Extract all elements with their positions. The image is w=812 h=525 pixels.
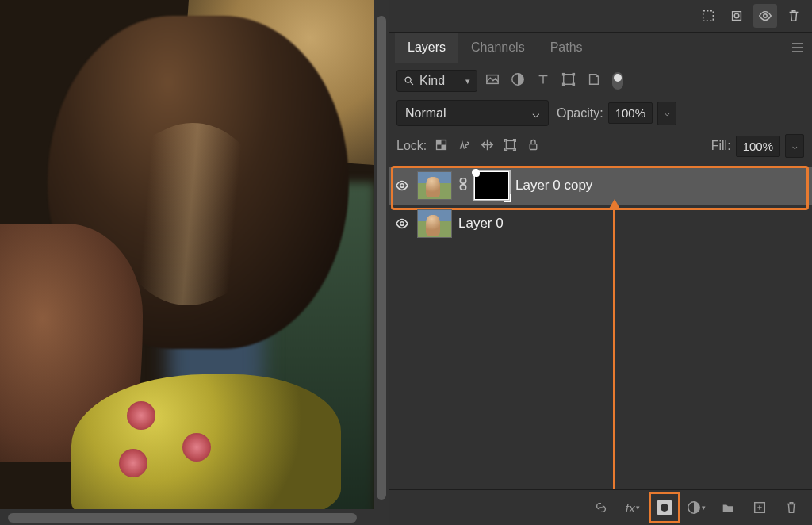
opacity-stepper[interactable]: ⌵	[657, 102, 676, 125]
svg-point-20	[400, 222, 404, 226]
filter-adjustment-icon[interactable]	[511, 72, 525, 90]
svg-rect-0	[703, 11, 714, 21]
svg-point-17	[400, 184, 404, 188]
panels-column: Layers Channels Paths Kind ▾	[389, 0, 812, 525]
layer-list[interactable]: Layer 0 copy Layer 0	[389, 163, 812, 489]
svg-rect-10	[562, 83, 565, 86]
blend-mode-dropdown[interactable]: Normal ⌵	[396, 100, 549, 126]
svg-rect-16	[530, 144, 538, 149]
filter-type-icon[interactable]	[536, 72, 550, 90]
filter-shape-icon[interactable]	[561, 72, 576, 90]
lock-pixels-icon[interactable]	[458, 138, 471, 155]
layer-row[interactable]: Layer 0 copy	[389, 167, 812, 205]
svg-point-4	[405, 77, 411, 82]
svg-rect-14	[442, 144, 446, 149]
filter-smartobject-icon[interactable]	[587, 72, 601, 90]
horizontal-scrollbar[interactable]	[0, 512, 374, 523]
document-canvas[interactable]	[0, 0, 389, 525]
opacity-label: Opacity:	[557, 106, 603, 121]
svg-rect-9	[573, 73, 576, 76]
panel-toolbar	[389, 0, 812, 33]
annotation-arrow	[613, 205, 615, 489]
tab-layers[interactable]: Layers	[395, 33, 458, 63]
canvas-image	[0, 0, 374, 509]
tab-paths[interactable]: Paths	[538, 33, 596, 63]
mask-mode-icon[interactable]	[725, 4, 749, 28]
visibility-toggle-icon[interactable]	[393, 217, 411, 231]
lock-position-icon[interactable]	[481, 138, 494, 155]
selection-icon[interactable]	[696, 4, 720, 28]
svg-point-3	[764, 14, 768, 18]
lock-all-icon[interactable]	[527, 138, 540, 155]
trash-icon[interactable]	[782, 4, 806, 28]
layer-options: Kind ▾ Normal ⌵	[389, 63, 812, 163]
lock-transparency-icon[interactable]	[435, 138, 448, 155]
chevron-down-icon: ▾	[465, 76, 470, 86]
svg-rect-2	[735, 14, 738, 17]
filter-kind-dropdown[interactable]: Kind ▾	[396, 70, 477, 92]
visibility-toggle-icon[interactable]	[393, 178, 411, 193]
svg-rect-18	[460, 178, 465, 182]
delete-layer-icon[interactable]	[779, 496, 804, 519]
layer-effects-button[interactable]: fx▾	[620, 496, 645, 519]
panel-tabs: Layers Channels Paths	[389, 33, 812, 63]
layer-filter-icons	[485, 72, 623, 90]
layer-thumbnail[interactable]	[417, 171, 452, 200]
layer-thumbnail[interactable]	[417, 209, 452, 238]
filter-kind-label: Kind	[419, 74, 445, 88]
mask-link-icon[interactable]	[458, 177, 468, 195]
layer-row[interactable]: Layer 0	[389, 205, 812, 243]
svg-rect-8	[562, 73, 565, 76]
new-layer-icon[interactable]	[747, 496, 772, 519]
adjustment-layer-icon[interactable]: ▾	[684, 496, 709, 519]
annotation-arrow-head	[608, 199, 621, 210]
svg-rect-13	[437, 140, 442, 144]
vertical-scrollbar[interactable]	[376, 0, 387, 525]
lock-label: Lock:	[396, 139, 427, 153]
fill-value[interactable]: 100%	[736, 136, 780, 157]
blend-mode-value: Normal	[405, 106, 446, 121]
add-mask-button[interactable]	[652, 496, 677, 519]
layer-name[interactable]: Layer 0	[458, 216, 504, 232]
new-group-icon[interactable]	[715, 496, 741, 519]
svg-rect-15	[507, 140, 515, 148]
lock-artboard-icon[interactable]	[504, 138, 517, 155]
visibility-eye-icon[interactable]	[753, 4, 777, 28]
svg-rect-19	[460, 184, 465, 189]
link-layers-icon[interactable]	[588, 496, 614, 519]
fill-stepper[interactable]: ⌵	[785, 134, 804, 158]
panel-menu-icon[interactable]	[791, 42, 804, 56]
fill-label: Fill:	[711, 139, 731, 153]
layer-name[interactable]: Layer 0 copy	[515, 178, 592, 194]
layer-mask-thumbnail[interactable]	[474, 171, 509, 200]
chevron-down-icon: ⌵	[532, 105, 540, 121]
filter-pixel-icon[interactable]	[485, 72, 500, 90]
svg-rect-11	[573, 83, 576, 86]
opacity-value[interactable]: 100%	[608, 102, 653, 124]
svg-rect-7	[564, 75, 574, 85]
tab-channels[interactable]: Channels	[458, 33, 538, 63]
filter-toggle[interactable]	[612, 72, 623, 90]
layers-bottom-toolbar: fx▾ ▾	[389, 489, 812, 525]
